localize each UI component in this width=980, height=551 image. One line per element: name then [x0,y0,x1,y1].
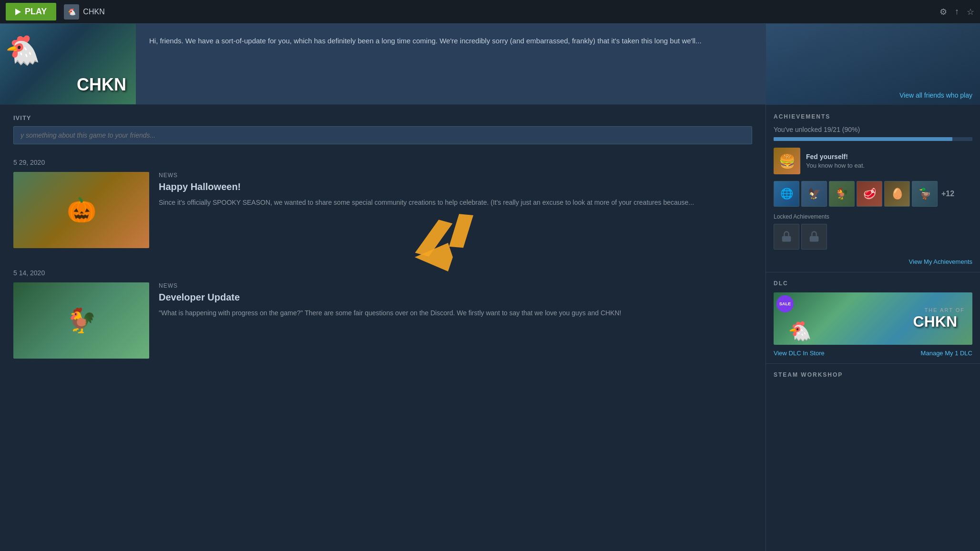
achievements-section: ACHIEVEMENTS You've unlocked 19/21 (90%)… [766,105,980,272]
news-body-1: Since it's officially SPOOKY SEASON, we … [159,197,752,208]
news-content-2: NEWS Developer Update "What is happening… [159,282,752,318]
ach-icon-2: 🦅 [801,181,827,207]
ach-icon-1: 🌐 [774,181,799,207]
achievements-unlocked: You've unlocked 19/21 [774,126,840,133]
news-type-2: NEWS [159,282,752,289]
view-my-achievements-link[interactable]: View My Achievements [909,258,972,265]
locked-achievements-title: Locked Achievements [774,213,972,220]
dlc-image: SALE THE ART OF CHKN 🐔 [774,292,972,345]
ach-icon-6: 🦆 [912,181,938,207]
game-icon-emoji: 🐔 [68,8,76,16]
upload-icon[interactable]: ↑ [955,7,959,17]
news-thumb-2: 🐓 [13,282,149,359]
view-my-achievements: View My Achievements [774,255,972,265]
locked-icon-1 [774,224,799,250]
workshop-title: STEAM WORKSHOP [774,371,972,378]
play-triangle-icon [15,9,21,15]
news-body-2: "What is happening with progress on the … [159,308,752,318]
news-section: 5 29, 2020 🎃 NEWS Happy Halloween! Since… [0,149,766,380]
dlc-subtitle: THE ART OF [913,307,965,313]
ach-more-count: +12 [941,190,954,198]
achievements-title: ACHIEVEMENTS [774,113,972,120]
banner-chkn-title: CHKN [77,75,126,95]
game-title: CHKN [83,8,104,16]
dlc-title: DLC [774,280,972,287]
achievements-progress-bar [774,137,972,141]
header-right: ⚙ ↑ ☆ [939,7,974,17]
ach-icon-3: 🐓 [829,181,855,207]
friends-banner: View all friends who play [766,24,980,105]
dlc-image-content: THE ART OF CHKN [913,307,972,331]
featured-achievement-icon: 🍔 [774,148,800,174]
main-layout: 🐔 CHKN Hi, friends. We have a sort-of-up… [0,24,980,551]
achievement-icons-row: 🌐 🦅 🐓 🥩 🥚 🦆 +12 [774,181,972,207]
svg-rect-0 [782,236,791,242]
dlc-actions: View DLC In Store Manage My 1 DLC [774,350,972,357]
featured-achievement-name: Fed yourself! [806,153,865,160]
settings-icon[interactable]: ⚙ [939,7,947,17]
game-icon: 🐔 [64,4,79,20]
news-item-1[interactable]: 🎃 NEWS Happy Halloween! Since it's offic… [0,172,766,260]
achievements-progress-fill [774,137,952,141]
news-date-1: 5 29, 2020 [0,149,766,172]
news-type-1: NEWS [159,172,752,179]
right-sidebar: View all friends who play ACHIEVEMENTS Y… [766,24,980,551]
news-title-1: Happy Halloween! [159,181,752,192]
banner-text: Hi, friends. We have a sort-of-update fo… [136,24,766,104]
left-content: 🐔 CHKN Hi, friends. We have a sort-of-up… [0,24,766,551]
workshop-section: STEAM WORKSHOP [766,364,980,386]
activity-input[interactable] [13,126,752,144]
ach-icon-5: 🥚 [884,181,910,207]
top-banner: 🐔 CHKN Hi, friends. We have a sort-of-up… [0,24,766,105]
dlc-sale-badge: SALE [776,295,794,312]
news-content-1: NEWS Happy Halloween! Since it's officia… [159,172,752,208]
star-icon[interactable]: ☆ [967,7,974,17]
locked-icon-2 [801,224,827,250]
view-all-friends-link[interactable]: View all friends who play [899,91,972,99]
banner-image: 🐔 CHKN [0,24,136,104]
featured-achievement: 🍔 Fed yourself! You know how to eat. [774,148,972,174]
banner-bird-icon: 🐔 [5,33,41,67]
locked-icons-row [774,224,972,250]
play-label: PLAY [25,7,47,17]
activity-section: IVITY [0,105,766,149]
achievements-progress-text: You've unlocked 19/21 (90%) [774,126,972,133]
dlc-image-title: CHKN [913,313,965,331]
featured-achievement-info: Fed yourself! You know how to eat. [806,153,865,169]
news-thumb-1: 🎃 [13,172,149,248]
featured-achievement-desc: You know how to eat. [806,162,865,169]
news-item-2[interactable]: 🐓 NEWS Developer Update "What is happeni… [0,282,766,370]
banner-body: Hi, friends. We have a sort-of-update fo… [149,35,752,47]
dlc-chicken-icon: 🐔 [788,320,812,342]
dlc-sale-text: SALE [779,301,791,306]
dlc-section: DLC SALE THE ART OF CHKN 🐔 View DLC In S… [766,272,980,364]
ach-icon-4: 🥩 [857,181,882,207]
view-dlc-store-link[interactable]: View DLC In Store [774,350,825,357]
header-bar: PLAY 🐔 CHKN ⚙ ↑ ☆ [0,0,980,24]
news-title-2: Developer Update [159,292,752,303]
news-date-2: 5 14, 2020 [0,260,766,282]
achievements-pct: (90%) [842,126,860,133]
svg-rect-1 [810,236,819,242]
play-button[interactable]: PLAY [6,3,56,20]
activity-label: IVITY [13,114,752,121]
manage-dlc-link[interactable]: Manage My 1 DLC [921,350,972,357]
